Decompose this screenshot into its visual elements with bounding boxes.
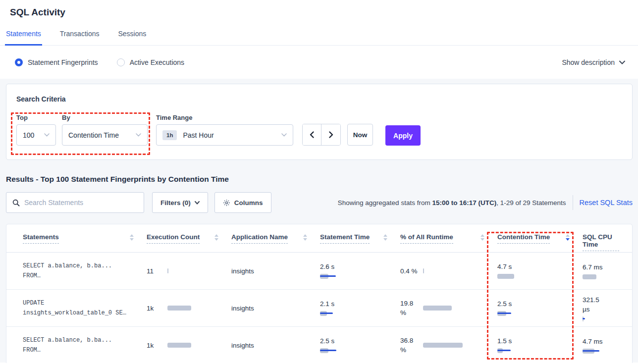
sort-icon[interactable] xyxy=(130,233,134,241)
chevron-down-icon xyxy=(195,201,200,205)
statement-text-line2: FROM… xyxy=(23,271,147,281)
show-description-toggle[interactable]: Show description xyxy=(562,58,625,66)
now-button[interactable]: Now xyxy=(347,124,373,146)
filters-label: Filters (0) xyxy=(160,199,191,207)
statement-cell[interactable]: UPDATEinsights_workload_table_0 SE… xyxy=(23,298,147,318)
top-value: 100 xyxy=(23,131,34,139)
column-header-label[interactable]: % of All Runtime xyxy=(400,233,453,244)
time-nav-group xyxy=(302,124,341,146)
sort-icon[interactable] xyxy=(566,233,570,241)
statement-cell[interactable]: SELECT a.balance, b.ba...FROM… xyxy=(23,335,147,355)
columns-button[interactable]: Columns xyxy=(214,192,271,213)
time-range-select[interactable]: 1h Past Hour xyxy=(156,124,293,146)
pct-runtime-value: 36.8 % xyxy=(400,336,420,355)
statement-time-bar xyxy=(320,348,400,353)
statement-time-value: 2.5 s xyxy=(320,337,400,345)
execution-count-bar xyxy=(167,306,197,311)
top-select[interactable]: 100 xyxy=(16,124,56,146)
vertical-divider xyxy=(573,195,573,210)
execution-count-value: 11 xyxy=(147,267,167,275)
column-header-label[interactable]: Statement Time xyxy=(320,233,370,244)
by-field: By Contention Time xyxy=(62,114,148,146)
apply-button[interactable]: Apply xyxy=(385,125,421,146)
sql-cpu-time-bar xyxy=(583,349,632,354)
view-toggle-bar: Statement Fingerprints Active Executions… xyxy=(0,46,638,79)
statement-time-bar xyxy=(320,274,400,279)
contention-time-value: 2.5 s xyxy=(497,300,583,308)
columns-label: Columns xyxy=(234,199,263,207)
statement-time-bar xyxy=(320,311,400,316)
sql-cpu-time-cell: 6.7 ms xyxy=(583,262,632,279)
sort-icon[interactable] xyxy=(303,233,307,241)
statement-time-cell: 2.6 s xyxy=(320,263,400,279)
sql-cpu-time-value: 321.5 µs xyxy=(583,295,606,314)
radio-statement-fingerprints[interactable]: Statement Fingerprints xyxy=(15,58,98,66)
column-header-label[interactable]: Statements xyxy=(23,233,59,244)
column-header-label[interactable]: Execution Count xyxy=(147,233,200,244)
application-name-cell: insights xyxy=(231,305,320,312)
statement-text-line2: FROM… xyxy=(23,345,147,355)
column-header-sql-cpu-time[interactable]: SQL CPU Time xyxy=(583,233,632,251)
column-header-execution-count[interactable]: Execution Count xyxy=(147,233,231,244)
sql-cpu-time-cell: 4.7 ms xyxy=(583,337,632,354)
execution-count-cell: 11 xyxy=(147,267,231,275)
sort-icon[interactable] xyxy=(480,233,484,241)
column-header-label[interactable]: Contention Time xyxy=(497,233,550,244)
sort-icon[interactable] xyxy=(383,233,387,241)
sql-cpu-time-value: 4.7 ms xyxy=(583,337,603,346)
column-header-of-all-runtime[interactable]: % of All Runtime xyxy=(400,233,497,244)
statement-text-line1: UPDATE xyxy=(23,298,147,308)
next-time-button[interactable] xyxy=(321,124,340,145)
execution-count-cell: 1k xyxy=(147,342,231,349)
statement-time-cell: 2.5 s xyxy=(320,337,400,353)
time-range-field: Time Range 1h Past Hour xyxy=(156,114,293,146)
statement-time-value: 2.1 s xyxy=(320,300,400,308)
reset-sql-stats-link[interactable]: Reset SQL Stats xyxy=(580,199,633,207)
filters-button[interactable]: Filters (0) xyxy=(152,192,208,213)
showing-stats-text: Showing aggregated stats from 15:00 to 1… xyxy=(338,199,566,207)
time-range-value: Past Hour xyxy=(183,131,213,139)
radio-selected-icon[interactable] xyxy=(15,58,23,66)
by-select[interactable]: Contention Time xyxy=(62,124,148,146)
application-name-cell: insights xyxy=(231,342,320,349)
time-range-badge: 1h xyxy=(162,130,177,140)
contention-time-value: 4.7 s xyxy=(497,263,583,270)
gear-icon xyxy=(223,199,230,207)
statement-time-value: 2.6 s xyxy=(320,263,400,270)
column-header-application-name[interactable]: Application Name xyxy=(231,233,320,244)
table-row: SELECT a.balance, b.ba...FROM…1kinsights… xyxy=(6,327,632,363)
pct-runtime-bar xyxy=(423,343,468,348)
column-header-statements[interactable]: Statements xyxy=(23,233,147,244)
top-label: Top xyxy=(16,114,56,121)
search-statements-input[interactable] xyxy=(24,199,138,207)
statement-text-line1: SELECT a.balance, b.ba... xyxy=(23,335,147,345)
execution-count-value: 1k xyxy=(147,342,167,349)
pct-runtime-value: 0.4 % xyxy=(400,266,420,276)
by-value: Contention Time xyxy=(68,131,119,139)
contention-time-value: 1.5 s xyxy=(497,337,583,345)
pct-runtime-value: 19.8 % xyxy=(400,299,420,317)
tab-transactions[interactable]: Transactions xyxy=(59,29,101,45)
chevron-down-icon xyxy=(619,60,625,64)
results-heading: Results - Top 100 Statement Fingerprints… xyxy=(6,175,633,184)
tab-statements[interactable]: Statements xyxy=(5,29,42,46)
time-range-label: Time Range xyxy=(156,114,293,121)
statement-cell[interactable]: SELECT a.balance, b.ba...FROM… xyxy=(23,261,147,281)
column-header-statement-time[interactable]: Statement Time xyxy=(320,233,400,244)
search-statements-box[interactable] xyxy=(6,192,144,213)
previous-time-button[interactable] xyxy=(303,124,321,145)
sql-cpu-time-value: 6.7 ms xyxy=(583,262,603,272)
sort-icon[interactable] xyxy=(214,233,218,241)
column-header-label[interactable]: SQL CPU Time xyxy=(583,233,619,251)
sql-cpu-time-bar xyxy=(583,316,632,321)
page-title: SQL Activity xyxy=(0,0,638,18)
tab-sessions[interactable]: Sessions xyxy=(117,29,147,45)
radio-active-executions[interactable]: Active Executions xyxy=(117,58,185,66)
table-row: UPDATEinsights_workload_table_0 SE…1kins… xyxy=(6,290,632,327)
column-header-contention-time[interactable]: Contention Time xyxy=(497,233,583,244)
radio-label: Statement Fingerprints xyxy=(28,58,98,66)
column-header-label[interactable]: Application Name xyxy=(231,233,288,244)
radio-unselected-icon[interactable] xyxy=(117,58,125,66)
by-label: By xyxy=(62,114,148,121)
execution-count-value: 1k xyxy=(147,305,167,312)
